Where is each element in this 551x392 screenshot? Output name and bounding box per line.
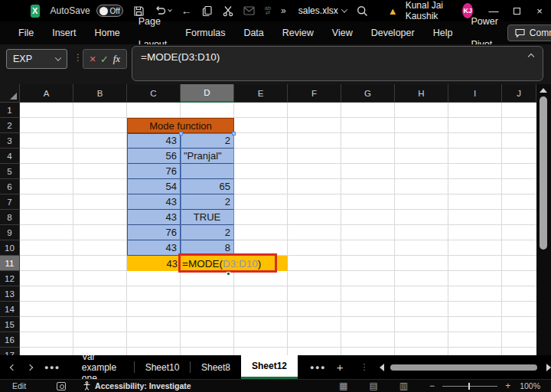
cell-d6[interactable]: 65 <box>181 179 234 194</box>
zoom-level[interactable]: 100% <box>520 381 540 390</box>
zoom-in-button[interactable]: + <box>505 381 510 391</box>
name-box-dropdown-icon[interactable] <box>55 54 61 60</box>
row-header-15[interactable]: 15 <box>0 317 20 332</box>
enter-formula-icon[interactable]: ✓ <box>100 54 109 65</box>
ribbon-tab-data[interactable]: Data <box>234 21 272 44</box>
zoom-out-button[interactable]: − <box>429 381 435 391</box>
normal-view-icon[interactable]: ▦ <box>339 381 347 391</box>
cells-area[interactable] <box>20 103 536 355</box>
formula-input[interactable]: =MODE(D3:D10) <box>132 46 543 81</box>
cell-c4[interactable]: 56 <box>127 149 181 164</box>
vertical-scrollbar[interactable] <box>536 84 551 366</box>
cell-d8[interactable]: TRUE <box>181 210 234 225</box>
tab-scroll-splitter[interactable]: ⋮ <box>360 362 369 372</box>
scroll-right-icon[interactable] <box>546 364 551 371</box>
row-header-2[interactable]: 2 <box>0 118 20 133</box>
cell-c11[interactable]: 43 <box>127 256 181 271</box>
column-header-h[interactable]: H <box>395 84 448 103</box>
row-header-17[interactable]: 17 <box>0 348 20 355</box>
ribbon-tab-file[interactable]: File <box>9 21 43 44</box>
cell-d5[interactable] <box>181 164 234 179</box>
ribbon-tab-help[interactable]: Help <box>424 21 462 44</box>
row-header-8[interactable]: 8 <box>0 210 20 225</box>
scroll-left-icon[interactable] <box>380 364 384 371</box>
row-header-16[interactable]: 16 <box>0 332 20 348</box>
prev-sheet-icon[interactable] <box>10 364 16 370</box>
sheet-tab-sheet10[interactable]: Sheet10 <box>135 355 191 379</box>
ribbon-tab-home[interactable]: Home <box>85 21 129 44</box>
cell-c3[interactable]: 43 <box>127 133 181 149</box>
cell-c5[interactable]: 76 <box>127 164 181 179</box>
row-header-11[interactable]: 11 <box>0 256 20 271</box>
range-handle-top-left[interactable] <box>179 132 183 136</box>
insert-function-icon[interactable]: fx <box>113 53 120 65</box>
cell-d3[interactable]: 2 <box>181 133 234 149</box>
row-header-9[interactable]: 9 <box>0 225 20 240</box>
row-header-10[interactable]: 10 <box>0 240 20 256</box>
formula-bar-row: EXP ⋮ × ✓ fx =MODE(D3:D10) <box>0 44 551 84</box>
cell-c7[interactable]: 43 <box>127 194 181 210</box>
more-sheets-icon[interactable]: ●●● <box>310 364 326 371</box>
cell-c10[interactable]: 43 <box>127 240 181 256</box>
cell-c8[interactable]: 43 <box>127 210 181 225</box>
cell-d10[interactable]: 8 <box>181 240 234 256</box>
sheet-tab-sheet12[interactable]: Sheet12 <box>241 355 298 379</box>
page-break-view-icon[interactable]: ▥ <box>399 381 408 391</box>
column-header-a[interactable]: A <box>20 84 73 103</box>
worksheet-grid[interactable]: ABCDEFGHIJ 1234567891011121314151617 Mod… <box>0 84 551 355</box>
cell-d9[interactable]: 2 <box>181 225 234 240</box>
column-header-i[interactable]: I <box>448 84 502 103</box>
row-header-6[interactable]: 6 <box>0 179 20 194</box>
formula-bar-splitter[interactable]: ⋮ <box>73 52 83 63</box>
cell-c6[interactable]: 54 <box>127 179 181 194</box>
row-header-12[interactable]: 12 <box>0 271 20 286</box>
row-header-3[interactable]: 3 <box>0 133 20 149</box>
row-header-4[interactable]: 4 <box>0 149 20 164</box>
page-layout-view-icon[interactable]: ▤ <box>369 381 377 391</box>
column-header-f[interactable]: F <box>288 84 341 103</box>
name-box[interactable]: EXP <box>6 49 67 69</box>
merged-header-cell[interactable]: Mode function <box>127 118 234 133</box>
row-header-14[interactable]: 14 <box>0 302 20 317</box>
column-header-g[interactable]: G <box>341 84 395 103</box>
ribbon-tab-formulas[interactable]: Formulas <box>176 21 234 44</box>
column-header-j[interactable]: J <box>502 84 536 103</box>
cell-d7[interactable]: 2 <box>181 194 234 210</box>
fill-handle[interactable] <box>227 272 230 276</box>
row-header-1[interactable]: 1 <box>0 103 20 118</box>
macro-record-icon[interactable] <box>57 382 66 390</box>
comments-button[interactable]: Comments <box>507 24 551 41</box>
maximize-button[interactable] <box>505 0 528 21</box>
column-header-e[interactable]: E <box>234 84 288 103</box>
sheet-tab-sheet8[interactable]: Sheet8 <box>191 355 241 379</box>
close-button[interactable]: × <box>528 0 551 21</box>
ribbon-tab-insert[interactable]: Insert <box>43 21 85 44</box>
column-header-c[interactable]: C <box>127 84 181 103</box>
cell-d4[interactable]: "Pranjal" <box>181 149 234 164</box>
zoom-slider[interactable] <box>442 386 497 387</box>
next-sheet-icon[interactable] <box>27 364 33 370</box>
collapse-formula-bar-icon[interactable] <box>528 54 534 60</box>
column-header-b[interactable]: B <box>73 84 127 103</box>
column-header-d[interactable]: D <box>181 84 234 103</box>
add-sheet-button[interactable]: + <box>337 361 344 374</box>
vertical-scroll-thumb[interactable] <box>540 96 547 250</box>
cell-d11-formula-editor[interactable]: =MODE(D3:D10) <box>182 256 261 271</box>
row-header-5[interactable]: 5 <box>0 164 20 179</box>
ribbon-tab-view[interactable]: View <box>323 21 362 44</box>
row-header-7[interactable]: 7 <box>0 194 20 210</box>
range-handle-top-right[interactable] <box>232 132 236 136</box>
zoom-slider-thumb[interactable] <box>468 383 470 390</box>
horizontal-scrollbar[interactable] <box>380 364 551 371</box>
ribbon-tab-review[interactable]: Review <box>273 21 323 44</box>
all-sheets-icon[interactable]: ●●● <box>44 364 60 371</box>
horizontal-scroll-thumb[interactable] <box>390 364 537 371</box>
cell-c9[interactable]: 76 <box>127 225 181 240</box>
accessibility-status[interactable]: Accessibility: Investigate <box>83 381 191 390</box>
sheet-tab-var-example-one[interactable]: Var example one <box>71 355 134 379</box>
ribbon-tab-developer[interactable]: Developer <box>362 21 424 44</box>
row-header-13[interactable]: 13 <box>0 286 20 302</box>
cancel-formula-icon[interactable]: × <box>90 53 96 65</box>
select-all-corner[interactable] <box>0 84 20 103</box>
scroll-up-icon[interactable] <box>540 88 547 93</box>
